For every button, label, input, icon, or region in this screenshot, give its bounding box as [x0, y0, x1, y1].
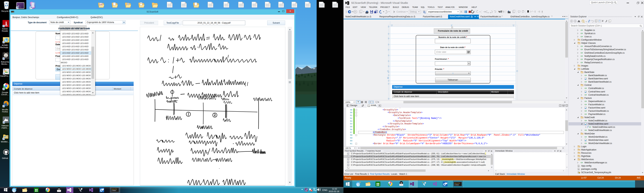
- svg-text:CONDO: CONDO: [454, 184, 459, 186]
- svg-text:40: 40: [387, 77, 389, 79]
- svg-text:1*: 1*: [451, 24, 452, 26]
- svg-text:2015-02-18: 2015-02-18: [328, 190, 339, 193]
- svg-text:Continue: Continue: [396, 10, 406, 13]
- svg-text:SOLUTIO: SOLUTIO: [112, 189, 117, 190]
- svg-text:LB: LB: [100, 3, 102, 5]
- svg-text:expenseaccountlistview: expenseaccountlistview: [428, 10, 452, 13]
- svg-text:SOLUTIO: SOLUTIO: [454, 183, 460, 184]
- svg-text:CONDO: CONDO: [112, 190, 116, 191]
- svg-text:11:02: 11:02: [332, 188, 337, 190]
- svg-text:ENG: ENG: [322, 189, 327, 192]
- svg-text:Debug: Debug: [410, 10, 417, 13]
- svg-text:%: %: [498, 10, 501, 13]
